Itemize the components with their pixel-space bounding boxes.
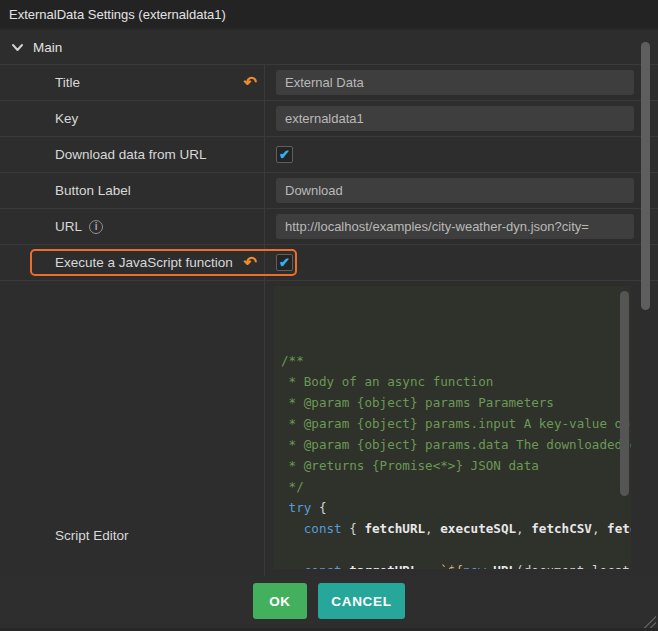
execute-js-label: Execute a JavaScript function — [55, 255, 233, 270]
code-line: try { — [281, 497, 631, 518]
row-button-label: Button Label — [0, 172, 658, 208]
download-from-url-label: Download data from URL — [55, 147, 207, 162]
code-line: * @returns {Promise<*>} JSON data — [281, 455, 631, 476]
code-line: /** — [281, 350, 631, 371]
title-label: Title — [55, 75, 80, 90]
code-line: * Body of an async function — [281, 371, 631, 392]
row-script-editor: Script Editor /** * Body of an async fun… — [0, 280, 658, 576]
key-label: Key — [55, 111, 78, 126]
url-label: URL — [55, 219, 82, 234]
undo-icon[interactable]: ↶ — [244, 76, 257, 90]
script-editor-label: Script Editor — [55, 528, 129, 543]
script-code-editor[interactable]: /** * Body of an async function * @param… — [274, 286, 631, 569]
dialog-footer: OK CANCEL — [0, 576, 658, 631]
code-line: const { fetchURL, executeSQL, fetchCSV, … — [281, 518, 631, 539]
row-key: Key — [0, 100, 658, 136]
title-input[interactable] — [276, 70, 634, 95]
code-line — [281, 539, 631, 560]
download-from-url-checkbox[interactable]: ✔ — [276, 146, 293, 163]
ok-button[interactable]: OK — [253, 583, 307, 619]
row-url: URL i — [0, 208, 658, 244]
button-label-input[interactable] — [276, 178, 634, 203]
row-execute-js: Execute a JavaScript function ↶ ✔ — [0, 244, 658, 280]
dialog-title: ExternalData Settings (externaldata1) — [9, 7, 226, 22]
code-line: * @param {object} params Parameters — [281, 392, 631, 413]
url-input[interactable] — [276, 214, 634, 239]
info-icon[interactable]: i — [89, 220, 103, 234]
code-line: * @param {object} params.data The downlo… — [281, 434, 631, 455]
section-header-main[interactable]: Main — [0, 28, 658, 64]
row-download-from-url: Download data from URL ✔ — [0, 136, 658, 172]
execute-js-checkbox[interactable]: ✔ — [276, 254, 293, 271]
code-line: * @param {object} params.input A key-val… — [281, 413, 631, 434]
editor-scrollbar-thumb[interactable] — [620, 291, 629, 496]
dialog-titlebar: ExternalData Settings (externaldata1) — [0, 0, 658, 28]
checkmark-icon: ✔ — [279, 256, 290, 269]
undo-icon[interactable]: ↶ — [244, 256, 257, 270]
code-line: const targetURL = `${new URL(document.lo… — [281, 560, 631, 569]
key-input[interactable] — [276, 106, 634, 131]
cancel-button[interactable]: CANCEL — [318, 583, 405, 619]
code-line: */ — [281, 476, 631, 497]
row-title: Title ↶ — [0, 64, 658, 100]
chevron-down-icon — [11, 41, 24, 54]
dialog-scrollbar-thumb[interactable] — [641, 42, 650, 310]
button-label-label: Button Label — [55, 183, 131, 198]
section-label: Main — [33, 40, 62, 55]
checkmark-icon: ✔ — [279, 148, 290, 161]
